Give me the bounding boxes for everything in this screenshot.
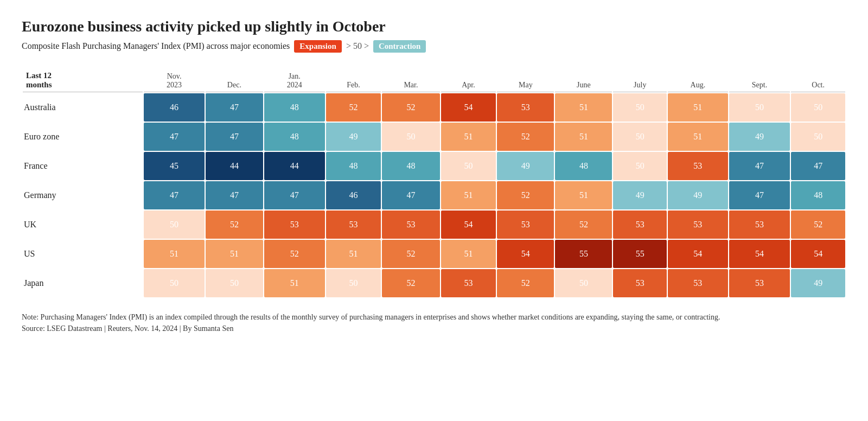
column-header: May <box>497 69 554 92</box>
pmi-cell: 50 <box>144 269 205 297</box>
pmi-cell: 47 <box>206 181 263 209</box>
column-header: Dec. <box>206 69 263 92</box>
pmi-cell: 51 <box>555 181 612 209</box>
pmi-cell: 52 <box>326 93 381 122</box>
pmi-cell: 53 <box>613 269 667 297</box>
pmi-cell: 53 <box>729 269 790 297</box>
pmi-cell: 49 <box>497 152 554 180</box>
chart-title: Eurozone business activity picked up sli… <box>22 17 846 36</box>
pmi-cell: 51 <box>326 240 381 268</box>
pmi-cell: 50 <box>555 269 612 297</box>
pmi-cell: 53 <box>326 210 381 239</box>
row-label: Japan <box>23 269 143 297</box>
pmi-cell: 47 <box>144 181 205 209</box>
pmi-cell: 50 <box>729 93 790 122</box>
pmi-cell: 52 <box>382 269 439 297</box>
pmi-cell: 48 <box>382 152 439 180</box>
column-header: June <box>555 69 612 92</box>
pmi-cell: 50 <box>206 269 263 297</box>
pmi-cell: 49 <box>668 181 728 209</box>
pmi-cell: 44 <box>206 152 263 180</box>
column-header: Aug. <box>668 69 728 92</box>
row-label: France <box>23 152 143 180</box>
pmi-cell: 51 <box>144 240 205 268</box>
column-header: Jan.2024 <box>264 69 325 92</box>
pmi-cell: 51 <box>555 93 612 122</box>
column-header: Mar. <box>382 69 439 92</box>
pmi-cell: 49 <box>791 269 845 297</box>
pmi-cell: 48 <box>326 152 381 180</box>
row-label: Germany <box>23 181 143 209</box>
pmi-cell: 47 <box>791 152 845 180</box>
column-header: Oct. <box>791 69 845 92</box>
pmi-cell: 51 <box>206 240 263 268</box>
pmi-cell: 50 <box>326 269 381 297</box>
pmi-cell: 53 <box>668 269 728 297</box>
pmi-cell: 51 <box>555 123 612 151</box>
pmi-cell: 55 <box>613 240 667 268</box>
pmi-cell: 51 <box>668 123 728 151</box>
pmi-cell: 52 <box>497 123 554 151</box>
table-row: France454444484850494850534747 <box>23 152 845 180</box>
pmi-cell: 47 <box>382 181 439 209</box>
pmi-cell: 54 <box>668 240 728 268</box>
pmi-cell: 48 <box>264 123 325 151</box>
expansion-badge: Expansion <box>294 40 342 53</box>
pmi-cell: 52 <box>497 269 554 297</box>
pmi-cell: 47 <box>144 123 205 151</box>
pmi-cell: 50 <box>613 93 667 122</box>
pmi-cell: 51 <box>264 269 325 297</box>
pmi-cell: 46 <box>326 181 381 209</box>
row-label: Australia <box>23 93 143 122</box>
pmi-cell: 49 <box>326 123 381 151</box>
pmi-cell: 53 <box>497 93 554 122</box>
table-row: Australia464748525254535150515050 <box>23 93 845 122</box>
pmi-cell: 50 <box>382 123 439 151</box>
column-header: Apr. <box>441 69 496 92</box>
pmi-cell: 47 <box>729 181 790 209</box>
pmi-cell: 48 <box>791 181 845 209</box>
pmi-cell: 53 <box>668 210 728 239</box>
pmi-cell: 54 <box>791 240 845 268</box>
pmi-cell: 45 <box>144 152 205 180</box>
pmi-cell: 53 <box>613 210 667 239</box>
pmi-cell: 52 <box>382 240 439 268</box>
pmi-cell: 50 <box>144 210 205 239</box>
pmi-cell: 51 <box>441 123 496 151</box>
table-row: Euro zone474748495051525150514950 <box>23 123 845 151</box>
pmi-cell: 50 <box>791 123 845 151</box>
pmi-cell: 50 <box>613 123 667 151</box>
pmi-cell: 53 <box>382 210 439 239</box>
pmi-cell: 51 <box>668 93 728 122</box>
pmi-cell: 46 <box>144 93 205 122</box>
row-label: UK <box>23 210 143 239</box>
pmi-cell: 50 <box>791 93 845 122</box>
subtitle-row: Composite Flash Purchasing Managers' Ind… <box>22 40 846 53</box>
pmi-cell: 53 <box>441 269 496 297</box>
contraction-badge: Contraction <box>373 40 426 53</box>
pmi-cell: 49 <box>613 181 667 209</box>
table-row: Japan505051505253525053535349 <box>23 269 845 297</box>
column-header: Sept. <box>729 69 790 92</box>
pmi-cell: 54 <box>729 240 790 268</box>
row-label: Euro zone <box>23 123 143 151</box>
pmi-cell: 53 <box>668 152 728 180</box>
pmi-cell: 47 <box>729 152 790 180</box>
pmi-cell: 54 <box>441 210 496 239</box>
pmi-cell: 52 <box>206 210 263 239</box>
pmi-heatmap-table: Last 12months Nov.2023Dec.Jan.2024Feb.Ma… <box>22 68 846 298</box>
pmi-cell: 52 <box>791 210 845 239</box>
subtitle-text: Composite Flash Purchasing Managers' Ind… <box>22 41 290 51</box>
header-row-label: Last 12months <box>23 69 143 92</box>
separator-text: > 50 > <box>346 41 369 51</box>
pmi-cell: 53 <box>497 210 554 239</box>
column-header: Nov.2023 <box>144 69 205 92</box>
pmi-cell: 44 <box>264 152 325 180</box>
pmi-cell: 47 <box>206 123 263 151</box>
column-header: July <box>613 69 667 92</box>
pmi-cell: 52 <box>382 93 439 122</box>
table-row: Germany474747464751525149494748 <box>23 181 845 209</box>
pmi-cell: 47 <box>264 181 325 209</box>
pmi-cell: 54 <box>441 93 496 122</box>
row-label: US <box>23 240 143 268</box>
